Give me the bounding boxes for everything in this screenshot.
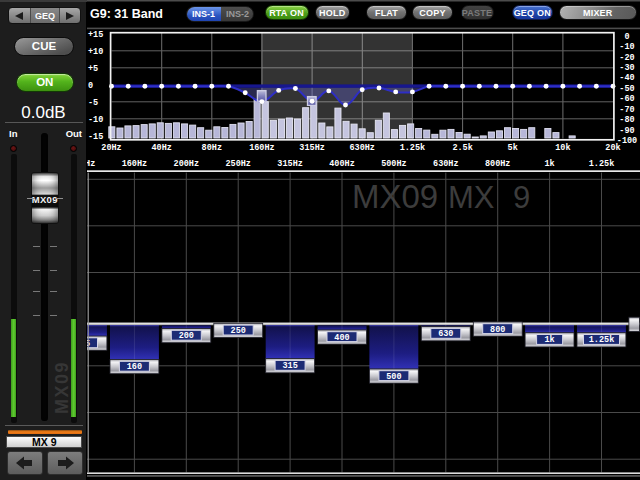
svg-text:1.25k: 1.25k — [400, 143, 426, 153]
svg-text:0: 0 — [88, 81, 93, 91]
svg-text:-70: -70 — [619, 105, 634, 115]
svg-text:315Hz: 315Hz — [277, 159, 303, 169]
svg-text:-60: -60 — [619, 94, 634, 104]
svg-text:-80: -80 — [619, 115, 634, 125]
svg-text:250Hz: 250Hz — [225, 159, 251, 169]
svg-text:160Hz: 160Hz — [122, 159, 148, 169]
svg-text:MX09: MX09 — [352, 178, 438, 215]
svg-text:9: 9 — [513, 180, 530, 215]
svg-text:40Hz: 40Hz — [151, 143, 171, 153]
svg-text:630: 630 — [438, 329, 453, 339]
svg-text:250: 250 — [231, 326, 246, 336]
svg-text:630Hz: 630Hz — [433, 159, 459, 169]
svg-text:800: 800 — [490, 325, 505, 335]
svg-text:0: 0 — [624, 32, 629, 42]
svg-text:500: 500 — [386, 372, 401, 382]
svg-text:800Hz: 800Hz — [485, 159, 511, 169]
svg-text:10k: 10k — [555, 143, 570, 153]
svg-text:1k: 1k — [544, 335, 554, 345]
svg-text:315Hz: 315Hz — [299, 143, 325, 153]
svg-text:-10: -10 — [619, 42, 634, 52]
svg-text:-50: -50 — [619, 84, 634, 94]
svg-text:-15: -15 — [88, 132, 103, 142]
svg-text:125Hz: 125Hz — [87, 159, 95, 169]
svg-text:160: 160 — [127, 362, 142, 372]
svg-text:200: 200 — [179, 331, 194, 341]
svg-text:+5: +5 — [88, 64, 98, 74]
svg-text:-90: -90 — [619, 126, 634, 136]
svg-text:1.25k: 1.25k — [589, 335, 615, 345]
svg-text:5k: 5k — [508, 143, 518, 153]
svg-text:400: 400 — [334, 333, 349, 343]
svg-text:+10: +10 — [88, 47, 103, 57]
svg-text:200Hz: 200Hz — [174, 159, 200, 169]
svg-text:-20: -20 — [619, 53, 634, 63]
svg-text:20k: 20k — [605, 143, 620, 153]
svg-text:-10: -10 — [88, 115, 103, 125]
svg-text:MX: MX — [448, 180, 495, 215]
svg-text:315: 315 — [282, 361, 297, 371]
svg-text:1k: 1k — [544, 159, 554, 169]
svg-text:630Hz: 630Hz — [349, 143, 375, 153]
svg-text:-40: -40 — [619, 73, 634, 83]
svg-text:400Hz: 400Hz — [329, 159, 355, 169]
svg-text:-5: -5 — [88, 98, 98, 108]
svg-text:-30: -30 — [619, 63, 634, 73]
svg-text:1.25k: 1.25k — [589, 159, 615, 169]
svg-text:2.5k: 2.5k — [452, 143, 472, 153]
svg-text:80Hz: 80Hz — [202, 143, 222, 153]
svg-text:500Hz: 500Hz — [381, 159, 407, 169]
svg-text:160Hz: 160Hz — [249, 143, 275, 153]
svg-text:+15: +15 — [88, 30, 103, 40]
svg-text:20Hz: 20Hz — [101, 143, 121, 153]
